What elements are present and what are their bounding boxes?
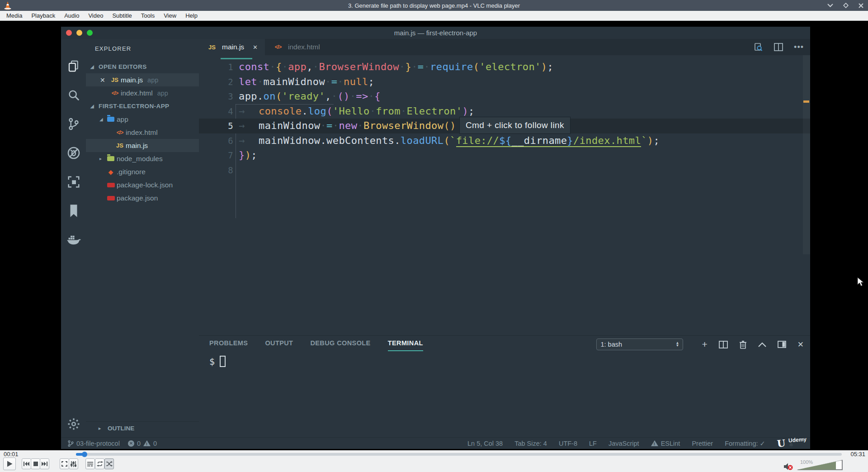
link-tooltip: Cmd + click to follow link — [459, 117, 571, 134]
code-line-1[interactable]: 1const·{·app,·BrowserWindow·}·=·require(… — [199, 60, 810, 75]
menu-video[interactable]: Video — [84, 12, 108, 19]
volume-slider[interactable] — [797, 460, 842, 470]
explorer-header: EXPLORER — [95, 45, 131, 52]
npm-file-icon — [105, 194, 117, 202]
maximize-panel-icon[interactable] — [758, 342, 766, 347]
html-file-icon: </> — [272, 44, 284, 50]
seek-bar[interactable] — [76, 453, 842, 456]
source-control-icon[interactable] — [61, 110, 86, 138]
settings-gear-icon[interactable] — [61, 417, 86, 431]
git-branch-status[interactable]: 03-file-protocol — [67, 440, 120, 447]
code-line-2[interactable]: 2let·mainWidnow·=·null; — [199, 75, 810, 90]
js-file-icon: JS — [109, 76, 121, 83]
vscode-window-title: main.js — first-electron-app — [61, 27, 810, 39]
tree-item-package-lock.json[interactable]: package-lock.json — [86, 178, 199, 191]
play-button[interactable] — [3, 458, 16, 470]
new-terminal-icon[interactable]: + — [702, 340, 707, 349]
tab-index.html[interactable]: </>index.html — [265, 39, 327, 55]
extended-settings-button[interactable] — [69, 458, 78, 469]
close-editor-icon[interactable]: ✕ — [100, 76, 109, 84]
code-line-6[interactable]: 6→mainWidnow.webContents.loadURL(`file:/… — [199, 133, 810, 148]
split-editor-icon[interactable] — [774, 43, 783, 51]
status-lf[interactable]: LF — [589, 440, 597, 447]
maximize-button[interactable] — [843, 3, 849, 8]
mouse-cursor — [857, 277, 864, 287]
tab-main.js[interactable]: JSmain.js✕ — [199, 39, 265, 55]
tree-item-app[interactable]: ◢app — [86, 113, 199, 126]
editor-group: JSmain.js✕</>index.html ••• 1const·{·app… — [199, 39, 810, 437]
close-button[interactable] — [859, 3, 863, 8]
code-line-3[interactable]: 3app.on('ready',·()·=>·{ — [199, 89, 810, 104]
menu-view[interactable]: View — [159, 12, 181, 19]
menu-help[interactable]: Help — [181, 12, 202, 19]
mute-icon[interactable] — [783, 462, 794, 472]
video-area[interactable]: main.js — first-electron-app — [0, 21, 868, 450]
status-formatting-[interactable]: Formatting: ✓ — [725, 440, 765, 447]
problems-status[interactable]: ✕ 0 ! 0 — [128, 440, 157, 447]
loop-button[interactable] — [95, 458, 104, 469]
tree-item-.gitignore[interactable]: ◆.gitignore — [86, 165, 199, 178]
menu-playback[interactable]: Playback — [27, 12, 60, 19]
bookmark-icon[interactable] — [61, 196, 86, 225]
status-tab-size-4[interactable]: Tab Size: 4 — [514, 440, 547, 447]
search-icon[interactable] — [61, 81, 86, 110]
open-editor-index.html[interactable]: </>index.htmlapp — [86, 86, 199, 100]
code-editor[interactable]: 1const·{·app,·BrowserWindow·}·=·require(… — [199, 55, 810, 335]
panel-tab-debug-console[interactable]: DEBUG CONSOLE — [310, 339, 370, 351]
terminal[interactable]: $ — [209, 356, 226, 367]
tree-item-package.json[interactable]: package.json — [86, 191, 199, 205]
stop-button[interactable] — [31, 458, 40, 469]
terminal-prompt: $ — [209, 356, 215, 367]
html-file-icon: </> — [109, 90, 121, 96]
close-tab-icon[interactable]: ✕ — [253, 44, 258, 51]
tree-item-index.html[interactable]: </>index.html — [86, 126, 199, 139]
status-eslint[interactable]: !ESLint — [651, 440, 680, 447]
eslint-warning-icon: ! — [651, 440, 658, 446]
menu-subtitle[interactable]: Subtitle — [108, 12, 136, 19]
status-prettier[interactable]: Prettier — [692, 440, 713, 447]
explorer-icon[interactable] — [61, 52, 86, 81]
fullscreen-button[interactable] — [60, 458, 69, 469]
minimize-button[interactable] — [827, 4, 833, 7]
panel-tab-terminal[interactable]: TERMINAL — [388, 339, 423, 351]
menu-tools[interactable]: Tools — [137, 12, 159, 19]
terminal-shell-select[interactable]: 1: bash ▲▼ — [596, 339, 683, 350]
status-ln-5-col-38[interactable]: Ln 5, Col 38 — [467, 440, 503, 447]
tree-item-main.js[interactable]: JSmain.js — [86, 139, 199, 152]
chevron-expanded-icon: ◢ — [90, 104, 96, 109]
status-javascript[interactable]: JavaScript — [609, 440, 639, 447]
menu-audio[interactable]: Audio — [60, 12, 84, 19]
toggle-panel-icon[interactable] — [778, 341, 786, 348]
open-editors-header[interactable]: ◢OPEN EDITORS — [86, 60, 199, 73]
status-utf-8[interactable]: UTF-8 — [559, 440, 577, 447]
tree-item-node_modules[interactable]: ▸node_modules — [86, 152, 199, 165]
panel-tab-problems[interactable]: PROBLEMS — [209, 339, 248, 351]
playlist-button[interactable] — [85, 458, 95, 469]
seek-handle[interactable] — [82, 452, 87, 457]
close-panel-icon[interactable]: ✕ — [797, 340, 804, 349]
random-button[interactable] — [104, 458, 114, 469]
vlc-controls: 00:01 05:31 — [0, 450, 868, 472]
open-editor-main.js[interactable]: ✕JSmain.jsapp — [86, 73, 199, 86]
select-arrows-icon: ▲▼ — [676, 342, 679, 347]
extensions-icon[interactable] — [61, 167, 86, 196]
editor-scrollbar[interactable] — [803, 55, 810, 254]
explorer-sidebar: EXPLORER ◢OPEN EDITORS✕JSmain.jsapp</>in… — [86, 39, 199, 437]
open-preview-icon[interactable] — [753, 42, 763, 52]
menu-media[interactable]: Media — [2, 12, 27, 19]
code-line-7[interactable]: 7}); — [199, 148, 810, 163]
debug-icon[interactable] — [61, 138, 86, 167]
npm-file-icon — [105, 181, 117, 189]
next-button[interactable] — [40, 458, 49, 469]
more-actions-icon[interactable]: ••• — [794, 43, 804, 52]
code-line-8[interactable]: 8 — [199, 163, 810, 178]
outline-section[interactable]: ▸ OUTLINE — [86, 421, 199, 434]
udemy-logo-icon: U — [776, 437, 786, 449]
panel-tabs: PROBLEMSOUTPUTDEBUG CONSOLETERMINAL — [209, 339, 423, 351]
panel-tab-output[interactable]: OUTPUT — [265, 339, 293, 351]
split-terminal-icon[interactable] — [719, 341, 728, 348]
previous-button[interactable] — [22, 458, 31, 469]
kill-terminal-icon[interactable] — [739, 340, 747, 349]
docker-icon[interactable] — [61, 225, 86, 254]
project-root-header[interactable]: ◢FIRST-ELECTRON-APP — [86, 100, 199, 113]
